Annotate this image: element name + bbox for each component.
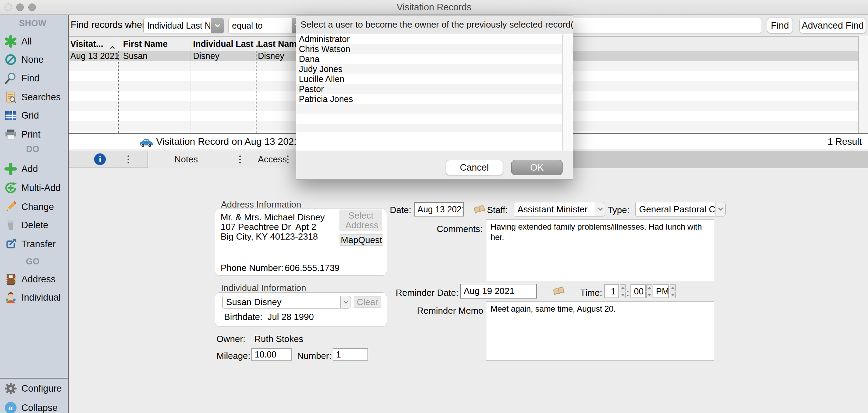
time-hour-stepper[interactable] — [620, 284, 626, 298]
column-header-visitation[interactable]: Visitat... — [70, 37, 103, 51]
sidebar-item-searches[interactable]: Searches — [0, 90, 68, 104]
time-minute-input[interactable]: 00 — [630, 284, 646, 298]
column-header-individual-last[interactable]: Individual Last ... — [193, 37, 263, 51]
sidebar-item-find[interactable]: Find — [0, 71, 68, 85]
type-value: General Pastoral Ca — [635, 202, 715, 216]
pencil-icon — [4, 200, 18, 214]
individual-name-dropdown[interactable]: Susan Disney — [222, 296, 351, 309]
sidebar-item-address[interactable]: Address — [0, 272, 68, 286]
mileage-input[interactable]: 10.00 — [251, 348, 292, 361]
sidebar-item-collapse[interactable]: « Collapse — [0, 401, 68, 413]
reminder-memo-textarea[interactable]: Meet again, same time, August 20. — [486, 301, 714, 361]
close-window-icon[interactable] — [4, 3, 12, 11]
chevron-down-icon[interactable] — [341, 296, 351, 309]
user-list-item[interactable]: Chris Watson — [296, 44, 573, 54]
time-separator: : — [627, 288, 629, 298]
ok-button[interactable]: OK — [511, 160, 563, 175]
date-picker-book-icon[interactable] — [552, 286, 566, 298]
sidebar: SHOW All None Find Searches — [0, 15, 69, 413]
sidebar-item-delete[interactable]: Delete — [0, 218, 68, 232]
sidebar-item-print[interactable]: Print — [0, 128, 68, 141]
sidebar-divider — [0, 378, 68, 379]
find-records-where-label: Find records where — [71, 20, 150, 30]
sidebar-item-label: Address — [21, 274, 55, 285]
user-list-scrollbar[interactable] — [562, 34, 572, 151]
searches-icon — [4, 90, 18, 104]
kebab-menu-icon[interactable] — [128, 159, 129, 160]
time-minute-stepper[interactable] — [646, 284, 652, 298]
sidebar-item-all[interactable]: All — [0, 34, 68, 48]
user-list-item[interactable]: Administrator — [296, 34, 573, 44]
phone-number-label: Phone Number: — [221, 263, 283, 273]
field-dropdown[interactable]: Individual Last Nar — [143, 18, 224, 33]
address-line-2: 107 Peachtree Dr Apt 2 — [221, 222, 316, 232]
comments-scrollbar[interactable] — [707, 220, 707, 281]
sidebar-item-multi-add[interactable]: Multi-Add — [0, 181, 68, 195]
tab-notes[interactable]: Notes — [152, 151, 221, 168]
mapquest-button[interactable]: MapQuest — [340, 234, 383, 246]
cell-individual-last-name: Disney — [193, 51, 219, 61]
mileage-label: Mileage: — [216, 351, 250, 361]
table-scrollbar[interactable] — [858, 36, 868, 133]
individual-information-label: Individual Information — [221, 283, 306, 293]
number-input[interactable]: 1 — [333, 348, 368, 361]
dialog-message: Select a user to become the owner of the… — [296, 16, 573, 34]
user-list-item[interactable]: Pastor — [296, 84, 573, 94]
reminder-memo-scrollbar[interactable] — [707, 302, 707, 360]
window-title: Visitation Records — [396, 2, 471, 12]
user-list-item[interactable]: Dana — [296, 54, 573, 64]
user-list: Administrator Chris Watson Dana Judy Jon… — [296, 34, 573, 151]
time-hour-input[interactable]: 1 — [604, 284, 619, 298]
column-header-first-name[interactable]: First Name — [123, 37, 168, 51]
visitation-records-window: Visitation Records SHOW All None Find — [0, 0, 868, 413]
result-count: 1 Result — [828, 134, 862, 150]
zoom-window-icon[interactable] — [28, 3, 36, 11]
kebab-menu-icon[interactable] — [239, 159, 241, 160]
tab-access[interactable]: Access — [241, 151, 303, 168]
date-label: Date: — [366, 205, 411, 215]
reminder-date-input[interactable]: Aug 19 2021 — [460, 284, 537, 299]
staff-value: Assistant Minister — [514, 202, 595, 216]
date-input[interactable]: Aug 13 2021 — [414, 202, 464, 216]
user-list-item[interactable]: Patricia Jones — [296, 94, 573, 104]
sidebar-item-add[interactable]: Add — [0, 162, 68, 176]
column-divider — [191, 36, 191, 51]
time-ampm-stepper[interactable] — [670, 284, 676, 298]
sidebar-item-configure[interactable]: Configure — [0, 382, 68, 395]
sidebar-item-label: Add — [21, 164, 38, 174]
sidebar-item-individual[interactable]: Individual — [0, 291, 68, 304]
phone-number-value: 606.555.1739 — [285, 263, 340, 273]
gear-icon — [4, 382, 18, 395]
sidebar-item-transfer[interactable]: Transfer — [0, 237, 68, 251]
address-book-icon — [4, 272, 18, 286]
sidebar-item-none[interactable]: None — [0, 53, 68, 67]
comments-textarea[interactable]: Having extended family problems/illnesse… — [486, 219, 714, 281]
time-ampm-input[interactable]: PM — [653, 284, 669, 298]
cancel-button[interactable]: Cancel — [446, 160, 503, 175]
person-icon — [4, 291, 18, 304]
minimize-window-icon[interactable] — [16, 3, 24, 11]
column-header-last-name[interactable]: Last Name — [258, 37, 301, 51]
kebab-menu-icon[interactable] — [287, 159, 289, 160]
plus-icon — [4, 162, 18, 176]
clear-button-label: Clear — [357, 297, 378, 308]
mapquest-button-label: MapQuest — [341, 235, 382, 245]
cell-visitation-date: Aug 13 2021 — [70, 51, 119, 61]
column-divider-dotted — [191, 51, 191, 133]
sidebar-item-label: Grid — [21, 110, 39, 121]
type-dropdown[interactable]: General Pastoral Ca — [635, 202, 726, 216]
sidebar-item-change[interactable]: Change — [0, 200, 68, 214]
multi-add-icon — [4, 181, 18, 195]
advanced-find-button[interactable]: Advanced Find — [799, 18, 866, 33]
birthdate-label: Birthdate: — [224, 312, 262, 322]
chevron-down-icon[interactable] — [715, 202, 726, 216]
tab-info[interactable]: i — [69, 151, 148, 168]
user-list-item[interactable]: Judy Jones — [296, 64, 573, 74]
title-bar[interactable]: Visitation Records — [0, 0, 868, 15]
sidebar-section-go: GO — [0, 256, 65, 266]
find-button[interactable]: Find — [767, 18, 793, 33]
operator-dropdown[interactable]: equal to — [228, 18, 304, 33]
sidebar-item-label: All — [21, 36, 32, 47]
sidebar-item-grid[interactable]: Grid — [0, 109, 68, 122]
user-list-item[interactable]: Lucille Allen — [296, 74, 573, 84]
